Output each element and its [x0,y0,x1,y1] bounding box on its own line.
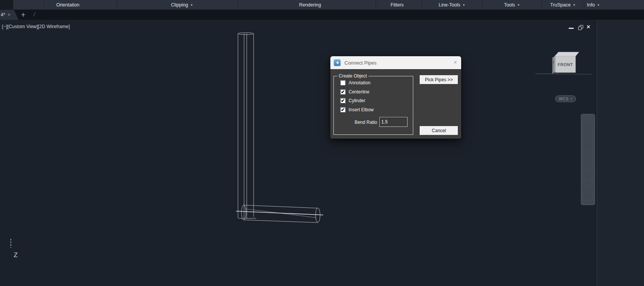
wireframe-pipe-drawing [0,20,644,286]
drawing-canvas[interactable]: [−][Custom View][2D Wireframe] × [0,20,644,286]
tab-close-icon[interactable]: × [8,12,11,17]
orbit-icon [584,170,593,178]
chevron-down-icon [587,182,590,183]
navigation-bar[interactable] [581,114,595,205]
new-tab-button[interactable]: + [21,10,25,20]
zoom-icon [585,154,592,161]
menu-divider [117,0,117,10]
menu-bar: Orientation Clipping▾ Rendering Fitters … [0,0,644,10]
pick-pipes-button[interactable]: Pick Pipes >> [420,75,458,84]
checkbox-1[interactable]: ✔ [340,89,346,95]
chevron-down-icon: ▾ [518,3,520,7]
plus-divider-icon [587,164,589,166]
menu-item-orientation[interactable]: Orientation [56,0,82,10]
menu-divider [422,0,422,10]
app-back-icon [334,59,341,66]
menu-item-fitters[interactable]: Fitters [390,0,406,10]
menu-item-tools[interactable]: Tools▾ [504,0,520,10]
viewcube-left-face [552,56,555,74]
menu-item-clipping[interactable]: Clipping▾ [171,0,193,10]
chevron-down-icon: ▾ [573,3,575,7]
menu-divider [44,0,44,10]
menu-item-truspace[interactable]: TruSpace▾ [550,0,575,10]
drawing-tab-label: 4* [1,12,5,17]
navigation-bar-icons [581,114,595,205]
navigation-wheel-icon [585,122,592,130]
pan-hand-icon [585,143,592,150]
checkbox-row-cylinder[interactable]: ✔ Cylinder [340,98,365,103]
chevron-down-icon: ▾ [463,3,465,7]
checkbox-row-insert-elbow[interactable]: ✔ Insert Elbow [340,107,374,112]
chevron-down-icon: ▾ [191,3,193,7]
showmotion-icon [583,189,594,198]
menu-divider [238,0,238,10]
gear-icon [592,202,594,203]
z-axis-label: Z [14,251,17,259]
bend-ratio-label: Bend Ratio [345,120,377,125]
checkbox-2[interactable]: ✔ [340,98,346,103]
connect-pipes-dialog: Connect Pipes × Create Object Annotation… [330,56,461,139]
cancel-button[interactable]: Cancel [420,126,458,135]
menu-divider [541,0,542,10]
checkbox-0[interactable] [340,80,346,85]
navbar-close-icon [592,116,594,118]
back-chevron-icon [336,61,338,64]
wcs-dropdown[interactable]: WCS ▾ [555,95,576,102]
menu-item-info[interactable]: Info▾ [587,0,599,10]
viewcube-front-label: FRONT [558,62,573,67]
wcs-label: WCS [559,96,569,101]
chevron-down-icon: ▾ [598,3,600,7]
viewcube-top-face [555,52,579,56]
group-title: Create Object [337,73,368,79]
checkbox-3[interactable]: ✔ [340,107,346,112]
bend-ratio-input[interactable] [379,117,408,127]
app-corner-block [0,0,13,10]
file-tab-bar: 4* × + / [0,10,644,20]
menu-divider [376,0,376,10]
menu-divider [584,0,584,10]
menu-item-line-tools[interactable]: Line-Tools▾ [439,0,465,10]
checkbox-row-centerline[interactable]: ✔ Centerline [340,89,370,95]
dialog-title-bar[interactable]: Connect Pipes × [330,56,461,69]
checkbox-row-annotation[interactable]: Annotation [340,80,370,85]
chevron-down-icon [587,134,590,135]
view-cube[interactable]: FRONT [549,51,584,75]
tab-bar-slash: / [33,11,35,17]
menu-divider [482,0,482,10]
menu-item-rendering[interactable]: Rendering [299,0,324,10]
drawing-tab[interactable]: 4* × [0,10,19,20]
chevron-down-icon: ▾ [571,97,573,101]
dialog-title: Connect Pipes [344,60,377,66]
dialog-close-icon[interactable]: × [454,59,457,65]
